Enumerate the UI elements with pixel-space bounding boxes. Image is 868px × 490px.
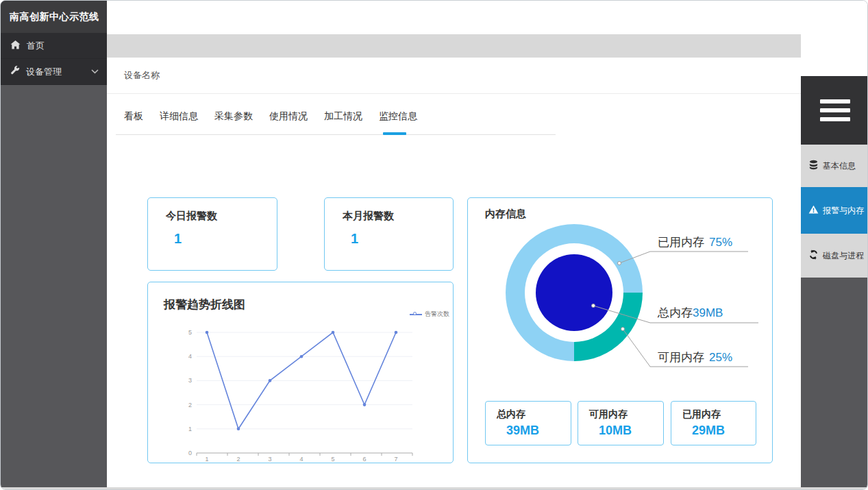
panel-item-label: 基本信息 <box>823 160 856 172</box>
svg-text:5: 5 <box>331 456 334 463</box>
home-icon <box>10 40 21 51</box>
available-memory-box: 可用内存 10MB <box>578 401 664 445</box>
panel-menu-button[interactable] <box>801 76 868 145</box>
alarm-trend-chart: 0123451234567 <box>148 282 454 464</box>
svg-text:1: 1 <box>205 456 208 463</box>
callout-name: 总内存 <box>658 306 693 319</box>
hamburger-icon <box>820 99 850 103</box>
callout-available-memory: 可用内存25% <box>658 350 732 365</box>
top-bar <box>107 1 801 34</box>
app-title: 南高创新中心示范线 <box>1 1 107 33</box>
right-panel-background <box>801 278 868 487</box>
right-panel: 基本信息 报警与内存 <box>801 1 868 487</box>
total-memory-box: 总内存 39MB <box>485 401 571 445</box>
panel-item-label: 磁盘与进程 <box>823 250 864 262</box>
card-title: 今日报警数 <box>166 210 217 223</box>
tabs-divider <box>116 134 556 135</box>
total-memory-value: 39MB <box>506 424 539 438</box>
svg-text:7: 7 <box>394 456 397 463</box>
tab-bar: 看板 详细信息 采集参数 使用情况 加工情况 监控信息 <box>124 110 417 123</box>
database-icon <box>808 160 819 172</box>
available-memory-value: 10MB <box>599 424 632 438</box>
panel-item-alarm-memory[interactable]: 报警与内存 <box>801 187 868 234</box>
refresh-icon <box>808 249 819 262</box>
card-title: 内存信息 <box>485 208 526 221</box>
used-memory-value: 29MB <box>692 424 725 438</box>
device-name-label: 设备名称 <box>124 69 160 82</box>
month-alarm-value: 1 <box>351 231 358 247</box>
tab-usage[interactable]: 使用情况 <box>269 110 308 123</box>
app-window: 南高创新中心示范线 首页 设备管理 设备名称 <box>0 0 868 490</box>
panel-item-basic-info[interactable]: 基本信息 <box>801 145 868 187</box>
today-alarm-card: 今日报警数 1 <box>147 197 277 271</box>
svg-text:2: 2 <box>236 456 240 463</box>
left-nav: 首页 设备管理 <box>1 33 107 85</box>
svg-text:4: 4 <box>299 456 303 463</box>
today-alarm-value: 1 <box>174 231 182 247</box>
sidebar-item-home[interactable]: 首页 <box>1 33 107 59</box>
svg-text:6: 6 <box>362 456 366 463</box>
tab-dashboard[interactable]: 看板 <box>124 110 143 123</box>
card-title: 本月报警数 <box>343 210 394 223</box>
callout-total-memory: 总内存39MB <box>658 305 723 321</box>
sidebar-item-label: 设备管理 <box>26 66 62 78</box>
svg-text:4: 4 <box>188 353 192 360</box>
secondary-bar <box>107 34 868 58</box>
bottom-strip <box>1 487 868 490</box>
callout-name: 可用内存 <box>658 351 704 364</box>
mini-title: 可用内存 <box>589 408 628 421</box>
used-memory-box: 已用内存 29MB <box>671 401 756 445</box>
active-tab-indicator <box>383 132 406 135</box>
memory-info-card: 内存信息 已用内存75% 总内存39MB 可用内存25% <box>467 197 773 463</box>
left-sidebar: 南高创新中心示范线 首页 设备管理 <box>1 1 107 487</box>
svg-text:0: 0 <box>188 450 192 456</box>
main-content: 看板 详细信息 采集参数 使用情况 加工情况 监控信息 今日报警数 1 本月报警… <box>107 94 801 487</box>
callout-value: 25% <box>709 351 732 364</box>
tab-collection-params[interactable]: 采集参数 <box>214 110 253 123</box>
mini-title: 总内存 <box>497 408 525 421</box>
callout-value: 39MB <box>693 306 723 319</box>
panel-item-disk-process[interactable]: 磁盘与进程 <box>801 234 868 278</box>
sidebar-item-device-management[interactable]: 设备管理 <box>1 59 107 85</box>
chevron-down-icon <box>91 69 99 74</box>
tab-monitoring-active[interactable]: 监控信息 <box>379 110 417 123</box>
svg-text:1: 1 <box>188 426 192 432</box>
callout-value: 75% <box>709 236 732 249</box>
svg-text:5: 5 <box>188 329 192 336</box>
mini-title: 已用内存 <box>682 408 721 421</box>
sidebar-item-label: 首页 <box>27 40 45 52</box>
tab-details[interactable]: 详细信息 <box>160 110 198 123</box>
callout-used-memory: 已用内存75% <box>658 234 732 250</box>
svg-text:3: 3 <box>268 456 271 463</box>
svg-text:3: 3 <box>188 377 192 384</box>
svg-text:2: 2 <box>188 402 192 408</box>
device-header-row: 设备名称 <box>107 58 801 94</box>
alert-icon <box>808 205 819 216</box>
alarm-trend-card: 报警趋势折线图 告警次数 0123451234567 <box>147 282 454 463</box>
wrench-icon <box>10 66 20 77</box>
callout-name: 已用内存 <box>658 236 704 249</box>
tab-processing[interactable]: 加工情况 <box>324 110 362 123</box>
panel-item-label: 报警与内存 <box>823 205 864 217</box>
month-alarm-card: 本月报警数 1 <box>324 197 454 271</box>
memory-donut-total-circle <box>536 254 612 331</box>
